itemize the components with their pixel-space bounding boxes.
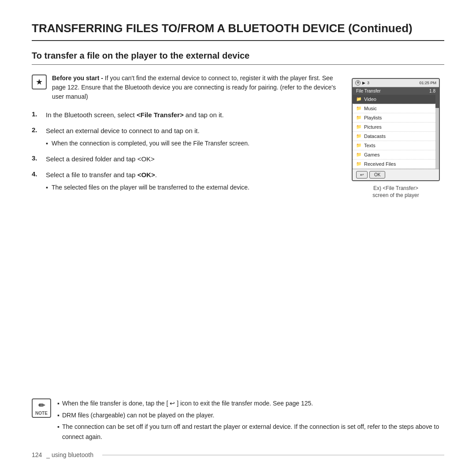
note-text: Before you start - If you can't find the… — [52, 74, 337, 101]
steps-list: 1. In the Bluetooth screen, select <File… — [32, 110, 337, 192]
list-item-received-files[interactable]: 📁 Received Files — [353, 160, 435, 169]
step-4-subbullet: ▪ The selected files on the player will … — [46, 183, 249, 192]
list-item-pictures[interactable]: 📁 Pictures — [353, 123, 435, 132]
list-item-music-label: Music — [364, 106, 377, 111]
screen-header: ✲ ▶ 3 01:25 PM — [353, 79, 439, 87]
pencil-icon: ✏ — [38, 401, 45, 410]
list-item-playlists[interactable]: 📁 Playlists — [353, 113, 435, 123]
folder-icon-video: 📁 — [356, 97, 361, 101]
page: TRANSFERRING FILES TO/FROM A BLUETOOTH D… — [0, 0, 476, 476]
bottom-bullet-3-text: The connection can be set off if you tur… — [62, 422, 444, 442]
note-label: NOTE — [35, 411, 48, 416]
list-item-received-label: Received Files — [364, 161, 396, 167]
step-1-number: 1. — [32, 110, 41, 120]
list-item-games-label: Games — [364, 152, 379, 157]
note-bold: Before you start - — [52, 74, 105, 82]
step-1-bold: <File Transfer> — [137, 111, 184, 119]
right-column: ✲ ▶ 3 01:25 PM File Transfer 1.8 📁 — [347, 74, 444, 387]
folder-icon-datacasts: 📁 — [356, 134, 361, 138]
step-2: 2. Select an external device to connect … — [32, 126, 337, 148]
step-4-subbullet-text: The selected files on the player will be… — [52, 183, 249, 192]
step-4-number: 4. — [32, 170, 41, 192]
device-screen: ✲ ▶ 3 01:25 PM File Transfer 1.8 📁 — [352, 78, 440, 181]
bullet-dot-3: ▪ — [57, 398, 60, 408]
step-1-content: In the Bluetooth screen, select <File Tr… — [46, 110, 224, 120]
note-icon-box: ✏ NOTE — [32, 398, 51, 418]
screen-header-left: ✲ ▶ 3 — [355, 80, 369, 86]
left-column: ★ Before you start - If you can't find t… — [32, 74, 347, 387]
step-3-content: Select a desired folder and tap <OK> — [46, 154, 155, 164]
bottom-bullets: ▪ When the file transfer is done, tap th… — [57, 398, 444, 443]
list-item-datacasts-label: Datacasts — [364, 134, 386, 139]
bullet-dot-4: ▪ — [57, 410, 60, 420]
section-title: To transfer a file on the player to the … — [32, 51, 444, 65]
bottom-bullet-1: ▪ When the file transfer is done, tap th… — [57, 398, 444, 408]
step-2-subbullet-text: When the connection is completed, you wi… — [52, 139, 249, 148]
list-item-playlists-label: Playlists — [364, 115, 382, 120]
list-item-video[interactable]: 📁 Video — [353, 95, 435, 104]
ok-button[interactable]: OK — [369, 171, 385, 178]
footer-divider — [102, 455, 444, 455]
list-item-games[interactable]: 📁 Games — [353, 150, 435, 160]
folder-icon-received: 📁 — [356, 161, 361, 166]
caption-line1: Ex) <File Transfer> — [373, 185, 418, 191]
header-play: ▶ — [362, 81, 365, 85]
folder-icon-playlists: 📁 — [356, 115, 361, 120]
bottom-note: ✏ NOTE ▪ When the file transfer is done,… — [32, 398, 444, 443]
screen-title-bar: File Transfer 1.8 — [353, 87, 439, 95]
screen-list-container: 📁 Video 📁 Music 📁 Playlists 📁 — [353, 95, 439, 169]
screen-footer: ↩ OK — [353, 169, 439, 180]
list-item-music[interactable]: 📁 Music — [353, 104, 435, 113]
scrollbar — [435, 95, 439, 169]
step-4-content: Select a file to transfer and tap <OK>. … — [46, 170, 249, 192]
screen-version: 1.8 — [429, 89, 435, 93]
step-2-content: Select an external device to connect to … — [46, 126, 249, 148]
before-you-start-note: ★ Before you start - If you can't find t… — [32, 74, 337, 101]
step-3: 3. Select a desired folder and tap <OK> — [32, 154, 337, 164]
list-item-texts-label: Texts — [364, 143, 376, 148]
bottom-bullet-1-text: When the file transfer is done, tap the … — [62, 398, 313, 408]
screen-list-items: 📁 Video 📁 Music 📁 Playlists 📁 — [353, 95, 435, 169]
list-item-pictures-label: Pictures — [364, 124, 382, 130]
header-time: 01:25 PM — [419, 81, 436, 85]
folder-icon-games: 📁 — [356, 152, 361, 157]
bluetooth-icon: ✲ — [355, 80, 361, 86]
step-4: 4. Select a file to transfer and tap <OK… — [32, 170, 337, 192]
folder-icon-music: 📁 — [356, 106, 361, 111]
bullet-dot-2: ▪ — [46, 183, 48, 192]
back-button[interactable]: ↩ — [356, 171, 368, 178]
page-footer: 124 _ using bluetooth — [32, 443, 444, 458]
bullet-dot-5: ▪ — [57, 422, 60, 442]
screen-caption: Ex) <File Transfer> screen of the player — [372, 185, 419, 200]
step-4-bold: <OK> — [138, 171, 155, 178]
step-2-subbullet: ▪ When the connection is completed, you … — [46, 139, 249, 148]
content-area: ★ Before you start - If you can't find t… — [32, 74, 444, 387]
scrollbar-thumb[interactable] — [435, 95, 439, 108]
main-title: TRANSFERRING FILES TO/FROM A BLUETOOTH D… — [32, 21, 444, 41]
step-2-number: 2. — [32, 126, 41, 148]
step-1: 1. In the Bluetooth screen, select <File… — [32, 110, 337, 120]
step-3-number: 3. — [32, 154, 41, 164]
list-item-datacasts[interactable]: 📁 Datacasts — [353, 132, 435, 141]
list-item-texts[interactable]: 📁 Texts — [353, 141, 435, 150]
footer-page-num: 124 — [32, 451, 42, 458]
screen-title: File Transfer — [356, 89, 381, 93]
caption-line2: screen of the player — [372, 192, 419, 198]
bottom-bullet-2-text: DRM files (chargeable) can not be played… — [62, 410, 215, 420]
bullet-dot: ▪ — [46, 139, 48, 148]
header-track: 3 — [367, 81, 369, 85]
footer-section: _ using bluetooth — [46, 451, 93, 458]
list-item-video-label: Video — [364, 97, 376, 102]
bottom-bullet-3: ▪ The connection can be set off if you t… — [57, 422, 444, 442]
folder-icon-texts: 📁 — [356, 143, 361, 148]
bottom-bullet-2: ▪ DRM files (chargeable) can not be play… — [57, 410, 444, 420]
star-icon: ★ — [32, 74, 47, 89]
folder-icon-pictures: 📁 — [356, 124, 361, 129]
